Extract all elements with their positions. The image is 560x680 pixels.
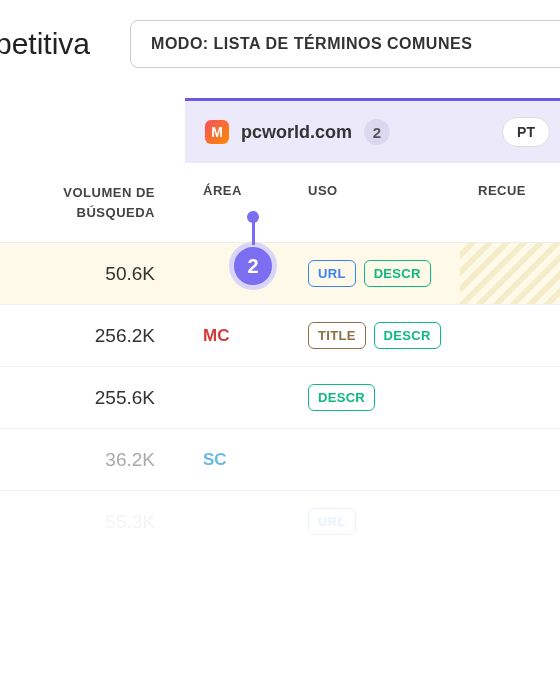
cell-volumen: 50.6K xyxy=(0,263,185,285)
tag-descr: DESCR xyxy=(364,260,431,287)
tag-title: TITLE xyxy=(308,322,366,349)
table-row[interactable]: 255.6K DESCR xyxy=(0,367,560,429)
step-dot-icon xyxy=(247,211,259,223)
cell-uso: TITLE DESCR xyxy=(290,322,460,349)
domain-name: pcworld.com xyxy=(241,122,352,143)
cell-area: SC xyxy=(185,450,290,470)
step-number-badge: 2 xyxy=(229,242,277,290)
domain-icon: M xyxy=(205,120,229,144)
cell-volumen: 256.2K xyxy=(0,325,185,347)
mode-selector[interactable]: MODO: LISTA DE TÉRMINOS COMUNES xyxy=(130,20,560,68)
cell-volumen: 36.2K xyxy=(0,449,185,471)
column-header-recue[interactable]: RECUE xyxy=(460,163,560,242)
cell-recue xyxy=(460,243,560,304)
table-row[interactable]: 55.3K URL xyxy=(0,491,560,553)
cell-volumen: 55.3K xyxy=(0,511,185,533)
cell-uso: URL DESCR xyxy=(290,260,460,287)
cell-uso: URL xyxy=(290,508,460,535)
tag-descr: DESCR xyxy=(374,322,441,349)
table-row[interactable]: 50.6K URL DESCR xyxy=(0,243,560,305)
column-header-volumen[interactable]: VOLUMEN DE BÚSQUEDA xyxy=(0,163,185,242)
cell-uso: DESCR xyxy=(290,384,460,411)
page-title: mpetitiva xyxy=(0,27,90,61)
domain-header: M pcworld.com 2 PT xyxy=(185,101,560,163)
cell-volumen: 255.6K xyxy=(0,387,185,409)
column-header-uso[interactable]: USO xyxy=(290,163,460,242)
data-table: M pcworld.com 2 PT VOLUMEN DE BÚSQUEDA Á… xyxy=(0,98,560,553)
pt-badge[interactable]: PT xyxy=(502,117,550,147)
domain-count-badge: 2 xyxy=(364,119,390,145)
cell-area: MC xyxy=(185,326,290,346)
tag-url: URL xyxy=(308,508,356,535)
tag-descr: DESCR xyxy=(308,384,375,411)
tag-url: URL xyxy=(308,260,356,287)
step-indicator: 2 xyxy=(229,215,277,290)
table-row[interactable]: 36.2K SC xyxy=(0,429,560,491)
table-row[interactable]: 256.2K MC TITLE DESCR xyxy=(0,305,560,367)
column-headers: VOLUMEN DE BÚSQUEDA ÁREA USO RECUE xyxy=(0,163,560,243)
